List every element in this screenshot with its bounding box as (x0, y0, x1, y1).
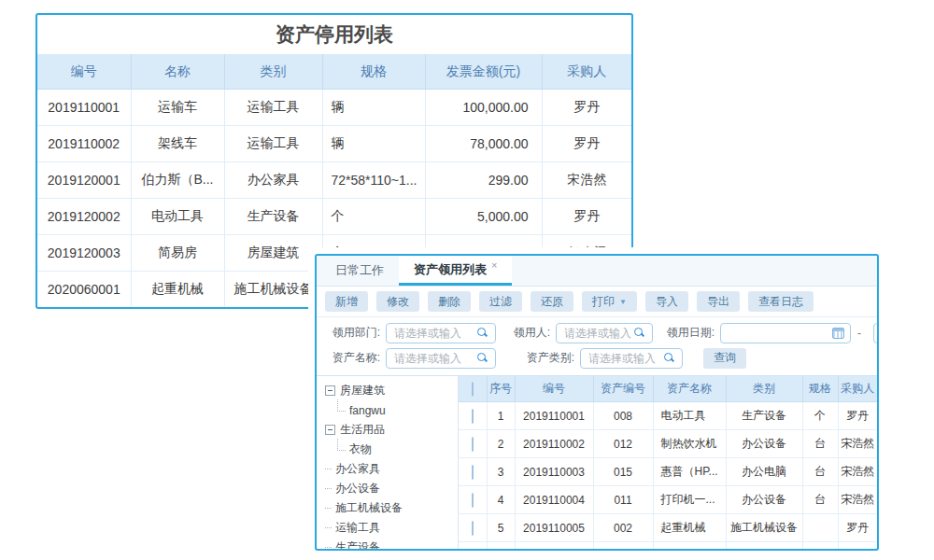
collapse-icon[interactable] (325, 425, 335, 435)
asset-name-link[interactable]: 制热饮水机 (653, 430, 726, 458)
tree-node-office-furniture[interactable]: 办公家具 (325, 459, 458, 479)
tab-daily-work[interactable]: 日常工作 (320, 256, 399, 286)
tree-line (325, 508, 332, 510)
asset-name-link[interactable]: 简易房 (131, 235, 224, 272)
asset-name-link[interactable]: 电动工具 (653, 402, 726, 430)
purchaser-link[interactable]: 罗丹 (838, 514, 877, 542)
row-checkbox[interactable] (472, 521, 474, 536)
asset-code-link[interactable]: 002 (593, 514, 653, 542)
search-icon[interactable] (663, 352, 675, 364)
query-button[interactable]: 查询 (703, 348, 746, 369)
record-id-link[interactable]: 2019110006 (515, 542, 593, 550)
asset-category: 办公设备 (726, 486, 802, 514)
filter-button[interactable]: 过滤 (479, 291, 522, 312)
close-icon[interactable]: × (491, 259, 497, 271)
dept-input[interactable] (387, 327, 476, 340)
add-button[interactable]: 新增 (325, 291, 368, 312)
tree-node-daily-goods[interactable]: 生活用品 (325, 420, 458, 440)
purchaser-link[interactable]: 宋浩然 (542, 162, 631, 199)
record-id-link[interactable]: 2019110003 (515, 458, 593, 486)
purchaser-link[interactable]: 罗丹 (838, 402, 877, 430)
date-from-input[interactable] (721, 327, 832, 340)
export-button[interactable]: 导出 (697, 291, 740, 312)
search-icon[interactable] (476, 327, 488, 339)
print-dropdown-button[interactable]: 打印 ▼ (582, 291, 637, 312)
search-icon[interactable] (476, 352, 488, 364)
asset-name-link[interactable]: 架线车 (131, 126, 224, 162)
asset-id-link[interactable]: 2019110001 (37, 90, 131, 126)
asset-spec: 台 (802, 458, 838, 486)
asset-category-input-wrap (580, 348, 683, 369)
tree-node-production-equipment[interactable]: 生产设备 (325, 538, 458, 549)
collapse-icon[interactable] (325, 385, 335, 396)
asset-name-link[interactable]: 架线车 (653, 542, 726, 550)
import-button[interactable]: 导入 (645, 291, 688, 312)
asset-code-link[interactable]: 015 (593, 458, 653, 486)
tree-node-fangwu[interactable]: fangwu (325, 400, 458, 420)
asset-name-input[interactable] (387, 352, 476, 365)
calendar-icon[interactable] (832, 328, 844, 339)
record-id-link[interactable]: 2019110004 (515, 486, 593, 514)
purchaser-link[interactable]: 罗丹 (542, 90, 631, 126)
asset-id-link[interactable]: 2020060001 (37, 272, 131, 308)
requisition-table-area: 序号 编号 资产编号 资产名称 类别 规格 采购人 1 2019110001 (459, 376, 877, 549)
row-checkbox[interactable] (472, 409, 474, 424)
tree-node-construction-machinery[interactable]: 施工机械设备 (325, 498, 458, 518)
asset-category-input[interactable] (581, 352, 663, 365)
row-index: 6 (487, 542, 515, 550)
asset-spec: 个 (802, 402, 838, 430)
asset-name-link[interactable]: 起重机械 (131, 272, 224, 308)
asset-category: 办公电脑 (726, 458, 802, 486)
row-checkbox[interactable] (472, 493, 474, 508)
purchaser-link[interactable]: 宋浩然 (838, 430, 877, 458)
invoice-amount: 299.00 (425, 162, 542, 199)
tree-node-transport-tools[interactable]: 运输工具 (325, 518, 458, 538)
delete-button[interactable]: 删除 (428, 291, 471, 312)
edit-button[interactable]: 修改 (376, 291, 419, 312)
record-id-link[interactable]: 2019110005 (515, 514, 593, 542)
asset-id-link[interactable]: 2019120002 (37, 199, 131, 235)
view-log-button[interactable]: 查看日志 (748, 291, 814, 312)
tree-node-clothes[interactable]: 衣物 (325, 440, 458, 459)
purchaser-link[interactable]: 罗丹 (542, 199, 631, 235)
asset-name-link[interactable]: 起重机械 (653, 514, 726, 542)
purchaser-link[interactable]: 宋浩然 (838, 458, 877, 486)
row-checkbox[interactable] (472, 549, 474, 550)
asset-category: 运输工具 (224, 126, 322, 162)
table-row: 6 2019110006 007 架线车 运输工具 辆 罗丹 (459, 542, 877, 550)
purchaser-link[interactable]: 宋浩然 (838, 486, 877, 514)
asset-id-link[interactable]: 2019110002 (37, 126, 131, 162)
user-input[interactable] (557, 327, 633, 340)
row-checkbox[interactable] (472, 437, 474, 452)
tree-node-housing[interactable]: 房屋建筑 (325, 381, 458, 400)
date-to-input[interactable] (874, 327, 879, 340)
table-row: 2019110001 运输车 运输工具 辆 100,000.00 罗丹 (37, 90, 631, 126)
asset-id-link[interactable]: 2019120003 (37, 235, 131, 272)
asset-name-link[interactable]: 惠普（HP... (653, 458, 726, 486)
tab-asset-requisition-list[interactable]: 资产领用列表 × (399, 256, 512, 286)
asset-name-link[interactable]: 运输车 (131, 90, 224, 126)
column-header: 规格 (322, 54, 425, 90)
asset-name-link[interactable]: 伯力斯（B... (131, 162, 224, 199)
asset-code-link[interactable]: 007 (593, 542, 653, 550)
asset-name-link[interactable]: 打印机一... (653, 486, 726, 514)
asset-name-label: 资产名称: (326, 350, 380, 366)
select-all-checkbox[interactable] (472, 382, 474, 397)
tree-node-office-equipment[interactable]: 办公设备 (325, 479, 458, 498)
asset-code-link[interactable]: 011 (593, 486, 653, 514)
record-id-link[interactable]: 2019110001 (515, 402, 593, 430)
asset-code-link[interactable]: 008 (593, 402, 653, 430)
purchaser-link[interactable]: 罗丹 (838, 542, 877, 550)
asset-code-link[interactable]: 012 (593, 430, 653, 458)
record-id-link[interactable]: 2019110002 (515, 430, 593, 458)
table-row: 4 2019110004 011 打印机一... 办公设备 台 宋浩然 (459, 486, 877, 514)
table-header-row: 序号 编号 资产编号 资产名称 类别 规格 采购人 (459, 376, 877, 402)
asset-name-link[interactable]: 电动工具 (131, 199, 224, 235)
column-header: 采购人 (542, 54, 631, 90)
restore-button[interactable]: 还原 (531, 291, 573, 312)
search-icon[interactable] (633, 327, 645, 339)
tab-label: 日常工作 (335, 262, 384, 279)
asset-id-link[interactable]: 2019120001 (37, 162, 131, 199)
row-checkbox[interactable] (472, 465, 474, 480)
purchaser-link[interactable]: 罗丹 (542, 126, 631, 162)
